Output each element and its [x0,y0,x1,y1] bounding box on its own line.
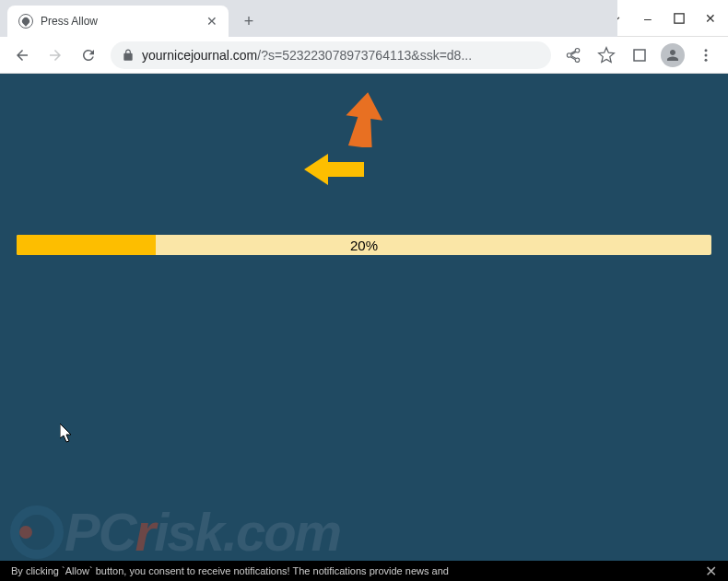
close-tab-icon[interactable]: ✕ [206,14,217,29]
svg-rect-0 [675,13,684,22]
browser-toolbar: yournicejournal.com/?s=52322307897376411… [0,37,728,74]
globe-icon [18,14,33,29]
star-icon[interactable] [592,41,621,70]
profile-avatar[interactable] [658,41,687,70]
tab-bar: Press Allow ✕ + [0,0,617,37]
watermark-logo-icon [9,505,65,560]
address-bar[interactable]: yournicejournal.com/?s=52322307897376411… [111,41,551,69]
arrow-up-icon [341,92,387,147]
close-consent-icon[interactable]: ✕ [705,563,717,580]
watermark: PCrisk.com [9,501,719,563]
page-content: 20% PCrisk.com By clicking `Allow` butto… [0,74,728,581]
back-button[interactable] [7,41,37,70]
browser-tab[interactable]: Press Allow ✕ [7,6,229,37]
url-text: yournicejournal.com/?s=52322307897376411… [142,48,540,63]
arrow-left-icon [304,152,364,187]
cursor-icon [60,424,75,444]
svg-point-6 [19,526,32,539]
extensions-icon[interactable] [625,41,654,70]
svg-point-3 [705,53,708,56]
watermark-text: PCrisk.com [65,501,340,563]
progress-bar: 20% [17,235,711,255]
svg-point-4 [705,58,708,61]
svg-point-2 [705,49,708,52]
share-icon[interactable] [558,41,588,70]
tab-title: Press Allow [41,15,199,28]
forward-button[interactable] [41,41,70,70]
svg-rect-1 [634,50,645,61]
consent-bar: By clicking `Allow` button, you consent … [0,561,728,581]
new-tab-button[interactable]: + [236,8,262,34]
minimize-button[interactable]: – [641,12,654,25]
consent-text: By clicking `Allow` button, you consent … [11,565,705,576]
close-window-button[interactable]: ✕ [704,12,717,25]
reload-button[interactable] [74,41,103,70]
menu-icon[interactable] [691,41,721,70]
progress-label: 20% [17,235,711,255]
maximize-button[interactable] [673,12,686,25]
lock-icon [122,49,135,62]
